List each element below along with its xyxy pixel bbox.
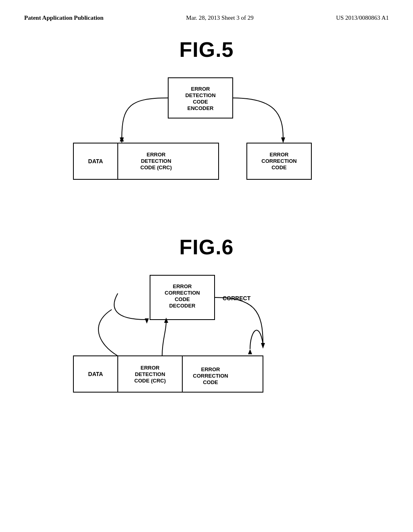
svg-text:DETECTION: DETECTION — [135, 371, 165, 377]
svg-marker-6 — [281, 137, 285, 143]
svg-text:ENCODER: ENCODER — [187, 105, 214, 111]
svg-text:DATA: DATA — [88, 158, 103, 164]
publication-label: Patent Application Publication — [24, 15, 104, 21]
svg-text:ERROR: ERROR — [201, 366, 221, 372]
svg-text:CORRECTION: CORRECTION — [261, 158, 296, 164]
svg-text:ERROR: ERROR — [147, 152, 166, 158]
fig5-svg: ERROR DETECTION CODE ENCODER — [49, 74, 364, 211]
fig6-title: FIG.6 — [179, 235, 234, 259]
svg-marker-25 — [145, 318, 149, 324]
svg-text:CORRECTION: CORRECTION — [165, 290, 200, 296]
date-sheet-info: Mar. 28, 2013 Sheet 3 of 29 — [186, 15, 253, 21]
fig5-diagram: ERROR DETECTION CODE ENCODER — [49, 74, 364, 211]
fig5-container: ERROR DETECTION CODE ENCODER — [49, 74, 364, 211]
svg-marker-37 — [248, 349, 252, 354]
fig5-title: FIG.5 — [179, 37, 234, 62]
fig6-container: ERROR CORRECTION CODE DECODER CORRECT — [49, 271, 364, 416]
svg-text:DETECTION: DETECTION — [185, 92, 215, 98]
svg-text:CODE (CRC): CODE (CRC) — [140, 164, 172, 170]
svg-text:CODE (CRC): CODE (CRC) — [134, 378, 166, 384]
fig6-diagram: ERROR CORRECTION CODE DECODER CORRECT — [49, 271, 364, 416]
patent-number: US 2013/0080863 A1 — [336, 15, 389, 21]
svg-text:CODE: CODE — [271, 164, 287, 170]
svg-text:ERROR: ERROR — [141, 365, 160, 371]
svg-text:DECODER: DECODER — [169, 303, 196, 309]
svg-marker-24 — [261, 343, 265, 349]
svg-text:ERROR: ERROR — [173, 283, 192, 289]
svg-text:CODE: CODE — [203, 379, 218, 385]
svg-text:DETECTION: DETECTION — [141, 158, 171, 164]
svg-text:CODE: CODE — [193, 99, 208, 105]
main-content: FIG.5 ERROR DETECTION CODE ENCODER — [0, 21, 413, 432]
svg-text:ERROR: ERROR — [270, 152, 289, 158]
page-header: Patent Application Publication Mar. 28, … — [0, 0, 413, 21]
svg-text:CORRECTION: CORRECTION — [193, 373, 228, 379]
svg-text:DATA: DATA — [88, 371, 103, 377]
fig6-svg: ERROR CORRECTION CODE DECODER CORRECT — [49, 271, 364, 416]
svg-text:CODE: CODE — [175, 296, 190, 302]
svg-text:ERROR: ERROR — [191, 86, 211, 92]
